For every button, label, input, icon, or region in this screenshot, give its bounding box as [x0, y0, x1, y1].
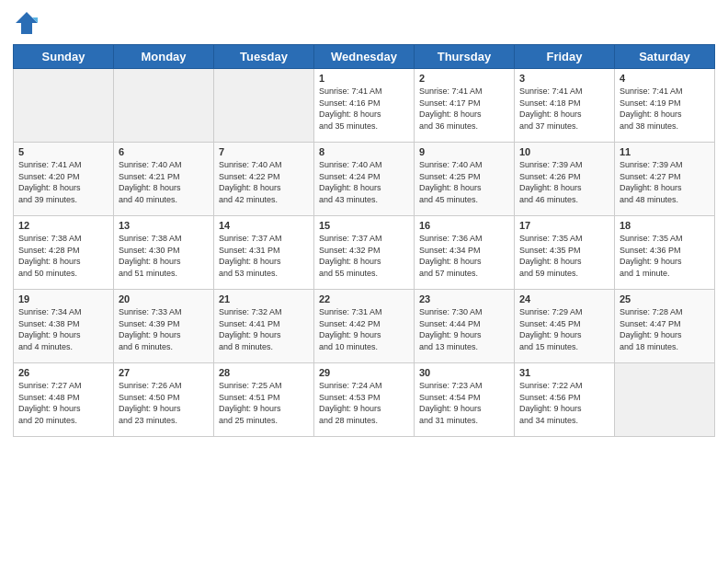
calendar-cell: 15Sunrise: 7:37 AM Sunset: 4:32 PM Dayli… [314, 216, 415, 290]
cell-content: Sunrise: 7:27 AM Sunset: 4:48 PM Dayligh… [18, 380, 108, 426]
cell-content: Sunrise: 7:37 AM Sunset: 4:32 PM Dayligh… [319, 233, 409, 279]
calendar-cell: 1Sunrise: 7:41 AM Sunset: 4:16 PM Daylig… [314, 69, 415, 143]
day-number: 21 [219, 293, 309, 304]
calendar-cell: 19Sunrise: 7:34 AM Sunset: 4:38 PM Dayli… [14, 290, 114, 363]
day-header-friday: Friday [515, 45, 615, 69]
day-number: 17 [519, 220, 609, 231]
day-number: 25 [620, 293, 710, 304]
calendar-cell: 18Sunrise: 7:35 AM Sunset: 4:36 PM Dayli… [615, 216, 715, 290]
calendar-cell: 27Sunrise: 7:26 AM Sunset: 4:50 PM Dayli… [114, 363, 214, 437]
logo-icon [13, 9, 40, 37]
day-number: 13 [119, 220, 209, 231]
cell-content: Sunrise: 7:35 AM Sunset: 4:36 PM Dayligh… [620, 233, 710, 279]
cell-content: Sunrise: 7:35 AM Sunset: 4:35 PM Dayligh… [519, 233, 609, 279]
day-number: 26 [18, 367, 108, 378]
cell-content: Sunrise: 7:40 AM Sunset: 4:22 PM Dayligh… [219, 159, 309, 205]
cell-content: Sunrise: 7:32 AM Sunset: 4:41 PM Dayligh… [219, 306, 309, 352]
week-row-2: 5Sunrise: 7:41 AM Sunset: 4:20 PM Daylig… [14, 143, 715, 216]
day-number: 8 [319, 146, 409, 157]
calendar-cell: 10Sunrise: 7:39 AM Sunset: 4:26 PM Dayli… [515, 143, 615, 216]
calendar-cell: 3Sunrise: 7:41 AM Sunset: 4:18 PM Daylig… [515, 69, 615, 143]
svg-marker-0 [16, 12, 38, 34]
calendar-cell: 12Sunrise: 7:38 AM Sunset: 4:28 PM Dayli… [14, 216, 114, 290]
cell-content: Sunrise: 7:40 AM Sunset: 4:21 PM Dayligh… [119, 159, 209, 205]
calendar-cell [114, 69, 214, 143]
cell-content: Sunrise: 7:38 AM Sunset: 4:28 PM Dayligh… [18, 233, 108, 279]
day-header-sunday: Sunday [14, 45, 114, 69]
calendar-cell [14, 69, 114, 143]
calendar-cell: 14Sunrise: 7:37 AM Sunset: 4:31 PM Dayli… [214, 216, 314, 290]
calendar-cell: 2Sunrise: 7:41 AM Sunset: 4:17 PM Daylig… [415, 69, 515, 143]
calendar-cell: 17Sunrise: 7:35 AM Sunset: 4:35 PM Dayli… [515, 216, 615, 290]
cell-content: Sunrise: 7:41 AM Sunset: 4:17 PM Dayligh… [419, 86, 509, 132]
cell-content: Sunrise: 7:36 AM Sunset: 4:34 PM Dayligh… [419, 233, 509, 279]
calendar-table: SundayMondayTuesdayWednesdayThursdayFrid… [13, 44, 715, 437]
cell-content: Sunrise: 7:38 AM Sunset: 4:30 PM Dayligh… [119, 233, 209, 279]
calendar-cell: 11Sunrise: 7:39 AM Sunset: 4:27 PM Dayli… [615, 143, 715, 216]
calendar-cell: 21Sunrise: 7:32 AM Sunset: 4:41 PM Dayli… [214, 290, 314, 363]
day-number: 6 [119, 146, 209, 157]
cell-content: Sunrise: 7:41 AM Sunset: 4:18 PM Dayligh… [519, 86, 609, 132]
logo [13, 9, 44, 37]
calendar-cell: 9Sunrise: 7:40 AM Sunset: 4:25 PM Daylig… [415, 143, 515, 216]
calendar-cell: 25Sunrise: 7:28 AM Sunset: 4:47 PM Dayli… [615, 290, 715, 363]
cell-content: Sunrise: 7:34 AM Sunset: 4:38 PM Dayligh… [18, 306, 108, 352]
calendar-cell [214, 69, 314, 143]
cell-content: Sunrise: 7:40 AM Sunset: 4:25 PM Dayligh… [419, 159, 509, 205]
week-row-3: 12Sunrise: 7:38 AM Sunset: 4:28 PM Dayli… [14, 216, 715, 290]
day-number: 3 [519, 73, 609, 84]
day-header-thursday: Thursday [415, 45, 515, 69]
day-number: 18 [620, 220, 710, 231]
cell-content: Sunrise: 7:37 AM Sunset: 4:31 PM Dayligh… [219, 233, 309, 279]
calendar-cell: 8Sunrise: 7:40 AM Sunset: 4:24 PM Daylig… [314, 143, 415, 216]
day-number: 7 [219, 146, 309, 157]
week-row-4: 19Sunrise: 7:34 AM Sunset: 4:38 PM Dayli… [14, 290, 715, 363]
day-number: 11 [620, 146, 710, 157]
cell-content: Sunrise: 7:24 AM Sunset: 4:53 PM Dayligh… [319, 380, 409, 426]
calendar-cell: 16Sunrise: 7:36 AM Sunset: 4:34 PM Dayli… [415, 216, 515, 290]
day-number: 12 [18, 220, 108, 231]
calendar-cell: 6Sunrise: 7:40 AM Sunset: 4:21 PM Daylig… [114, 143, 214, 216]
day-number: 5 [18, 146, 108, 157]
cell-content: Sunrise: 7:29 AM Sunset: 4:45 PM Dayligh… [519, 306, 609, 352]
calendar-container: SundayMondayTuesdayWednesdayThursdayFrid… [0, 0, 728, 446]
day-header-tuesday: Tuesday [214, 45, 314, 69]
calendar-cell: 24Sunrise: 7:29 AM Sunset: 4:45 PM Dayli… [515, 290, 615, 363]
day-number: 10 [519, 146, 609, 157]
cell-content: Sunrise: 7:39 AM Sunset: 4:27 PM Dayligh… [620, 159, 710, 205]
day-number: 14 [219, 220, 309, 231]
calendar-cell [615, 363, 715, 437]
day-header-monday: Monday [114, 45, 214, 69]
calendar-cell: 22Sunrise: 7:31 AM Sunset: 4:42 PM Dayli… [314, 290, 415, 363]
day-number: 22 [319, 293, 409, 304]
cell-content: Sunrise: 7:41 AM Sunset: 4:16 PM Dayligh… [319, 86, 409, 132]
cell-content: Sunrise: 7:41 AM Sunset: 4:19 PM Dayligh… [620, 86, 710, 132]
calendar-cell: 26Sunrise: 7:27 AM Sunset: 4:48 PM Dayli… [14, 363, 114, 437]
cell-content: Sunrise: 7:30 AM Sunset: 4:44 PM Dayligh… [419, 306, 509, 352]
day-header-saturday: Saturday [615, 45, 715, 69]
calendar-cell: 5Sunrise: 7:41 AM Sunset: 4:20 PM Daylig… [14, 143, 114, 216]
calendar-cell: 7Sunrise: 7:40 AM Sunset: 4:22 PM Daylig… [214, 143, 314, 216]
calendar-cell: 30Sunrise: 7:23 AM Sunset: 4:54 PM Dayli… [415, 363, 515, 437]
calendar-cell: 28Sunrise: 7:25 AM Sunset: 4:51 PM Dayli… [214, 363, 314, 437]
cell-content: Sunrise: 7:23 AM Sunset: 4:54 PM Dayligh… [419, 380, 509, 426]
day-number: 23 [419, 293, 509, 304]
day-number: 29 [319, 367, 409, 378]
week-row-5: 26Sunrise: 7:27 AM Sunset: 4:48 PM Dayli… [14, 363, 715, 437]
cell-content: Sunrise: 7:22 AM Sunset: 4:56 PM Dayligh… [519, 380, 609, 426]
day-number: 28 [219, 367, 309, 378]
day-number: 16 [419, 220, 509, 231]
day-header-wednesday: Wednesday [314, 45, 415, 69]
cell-content: Sunrise: 7:39 AM Sunset: 4:26 PM Dayligh… [519, 159, 609, 205]
calendar-cell: 29Sunrise: 7:24 AM Sunset: 4:53 PM Dayli… [314, 363, 415, 437]
calendar-cell: 23Sunrise: 7:30 AM Sunset: 4:44 PM Dayli… [415, 290, 515, 363]
day-number: 19 [18, 293, 108, 304]
week-row-1: 1Sunrise: 7:41 AM Sunset: 4:16 PM Daylig… [14, 69, 715, 143]
day-number: 27 [119, 367, 209, 378]
header [13, 9, 715, 37]
day-number: 20 [119, 293, 209, 304]
day-number: 4 [620, 73, 710, 84]
day-number: 9 [419, 146, 509, 157]
day-number: 15 [319, 220, 409, 231]
calendar-cell: 31Sunrise: 7:22 AM Sunset: 4:56 PM Dayli… [515, 363, 615, 437]
